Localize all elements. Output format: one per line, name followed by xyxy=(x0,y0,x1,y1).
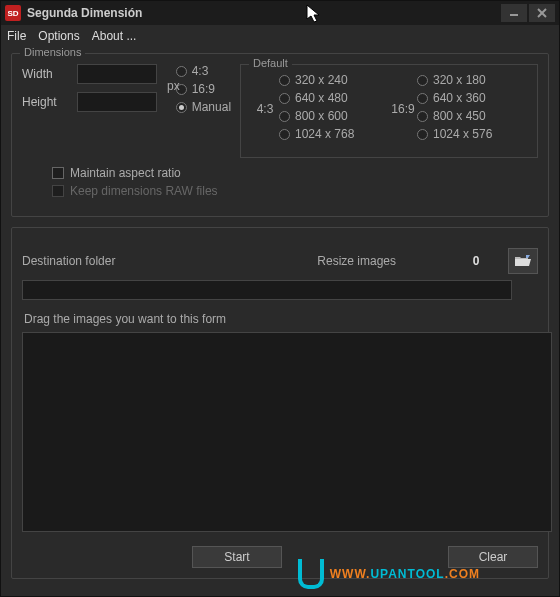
drag-hint: Drag the images you want to this form xyxy=(24,312,538,326)
preset-320x180[interactable]: 320 x 180 xyxy=(417,73,527,87)
preset-800x600[interactable]: 800 x 600 xyxy=(279,109,389,123)
drop-zone[interactable] xyxy=(22,332,552,532)
close-icon xyxy=(537,8,547,18)
destination-group: Destination folder Resize images 0 Drag … xyxy=(11,227,549,579)
dimensions-legend: Dimensions xyxy=(20,46,85,58)
ratio-manual-radio[interactable]: Manual xyxy=(176,100,240,114)
preset-320x240[interactable]: 320 x 240 xyxy=(279,73,389,87)
preset-640x360[interactable]: 640 x 360 xyxy=(417,91,527,105)
content: Dimensions Width Height px 4:3 16:9 xyxy=(1,47,559,595)
ratio-169-label: 16:9 xyxy=(192,82,215,96)
destination-label: Destination folder xyxy=(22,254,115,268)
ratio-43-radio[interactable]: 4:3 xyxy=(176,64,240,78)
defaults-group: Default 4:3 320 x 240 640 x 480 800 x 60… xyxy=(240,64,538,158)
minimize-button[interactable] xyxy=(501,4,527,22)
titlebar: SD Segunda Dimensión xyxy=(1,1,559,25)
height-input[interactable] xyxy=(77,92,157,112)
minimize-icon xyxy=(509,8,519,18)
keep-raw-checkbox[interactable]: Keep dimensions RAW files xyxy=(52,184,538,198)
destination-input[interactable] xyxy=(22,280,512,300)
start-button[interactable]: Start xyxy=(192,546,282,568)
px-label: px xyxy=(167,79,180,93)
resize-images-label: Resize images xyxy=(317,254,396,268)
menu-about[interactable]: About ... xyxy=(92,29,137,43)
col2-label: 16:9 xyxy=(389,102,417,116)
window-title: Segunda Dimensión xyxy=(27,6,499,20)
col1-label: 4:3 xyxy=(251,102,279,116)
maintain-aspect-label: Maintain aspect ratio xyxy=(70,166,181,180)
app-icon: SD xyxy=(5,5,21,21)
ratio-43-label: 4:3 xyxy=(192,64,209,78)
keep-raw-label: Keep dimensions RAW files xyxy=(70,184,218,198)
height-label: Height xyxy=(22,95,77,109)
menu-options[interactable]: Options xyxy=(38,29,79,43)
dimensions-group: Dimensions Width Height px 4:3 16:9 xyxy=(11,53,549,217)
preset-1024x768[interactable]: 1024 x 768 xyxy=(279,127,389,141)
preset-640x480[interactable]: 640 x 480 xyxy=(279,91,389,105)
folder-open-icon xyxy=(514,254,532,268)
clear-button[interactable]: Clear xyxy=(448,546,538,568)
preset-800x450[interactable]: 800 x 450 xyxy=(417,109,527,123)
ratio-manual-label: Manual xyxy=(192,100,231,114)
browse-button[interactable] xyxy=(508,248,538,274)
close-button[interactable] xyxy=(529,4,555,22)
menubar: File Options About ... xyxy=(1,25,559,47)
width-label: Width xyxy=(22,67,77,81)
app-window: SD Segunda Dimensión File Options About … xyxy=(0,0,560,597)
maintain-aspect-checkbox[interactable]: Maintain aspect ratio xyxy=(52,166,538,180)
ratio-169-radio[interactable]: 16:9 xyxy=(176,82,240,96)
menu-file[interactable]: File xyxy=(7,29,26,43)
width-input[interactable] xyxy=(77,64,157,84)
resize-count: 0 xyxy=(456,254,496,268)
preset-1024x576[interactable]: 1024 x 576 xyxy=(417,127,527,141)
defaults-legend: Default xyxy=(249,57,292,69)
